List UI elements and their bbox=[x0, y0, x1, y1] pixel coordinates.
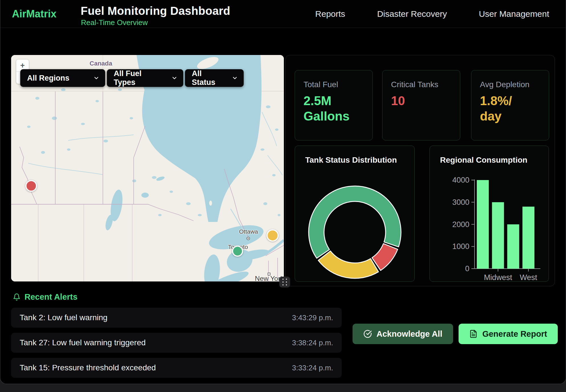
stat-value: 1.8%/day bbox=[480, 93, 540, 124]
generate-report-label: Generate Report bbox=[482, 329, 547, 339]
tank-marker-normal[interactable] bbox=[232, 246, 243, 257]
stat-card-avg-depletion: Avg Depletion 1.8%/day bbox=[471, 70, 549, 140]
alert-row: Tank 27: Low fuel warning triggered 3:38… bbox=[11, 333, 342, 353]
chevron-down-icon bbox=[171, 75, 178, 81]
page-title: Fuel Monitoring Dashboard bbox=[81, 5, 230, 17]
svg-text:West: West bbox=[520, 273, 538, 282]
alert-message: Tank 2: Low fuel warning bbox=[20, 313, 107, 322]
chart-title: Tank Status Distribution bbox=[305, 156, 397, 165]
alert-timestamp: 3:33:24 p.m. bbox=[292, 364, 333, 372]
check-circle-icon bbox=[363, 330, 372, 338]
top-nav: Reports Disaster Recovery User Managemen… bbox=[315, 0, 549, 28]
file-text-icon bbox=[469, 330, 478, 338]
svg-text:0: 0 bbox=[465, 264, 469, 273]
map-label-canada: Canada bbox=[89, 60, 112, 67]
page-subtitle: Real-Time Overview bbox=[81, 18, 148, 27]
nav-reports[interactable]: Reports bbox=[315, 9, 345, 19]
svg-text:2000: 2000 bbox=[452, 220, 469, 229]
header: AirMatrix Fuel Monitoring Dashboard Real… bbox=[0, 0, 566, 28]
tank-marker-warning[interactable] bbox=[266, 229, 279, 242]
filter-regions-select[interactable]: All Regions bbox=[20, 69, 105, 87]
nav-disaster-recovery[interactable]: Disaster Recovery bbox=[377, 9, 447, 19]
tank-status-card: Tank Status Distribution bbox=[295, 146, 415, 282]
svg-text:1000: 1000 bbox=[452, 242, 469, 251]
filter-regions-value: All Regions bbox=[27, 74, 70, 83]
generate-report-button[interactable]: Generate Report bbox=[459, 324, 558, 344]
svg-text:Midwest: Midwest bbox=[484, 273, 512, 282]
map[interactable]: + − All Regions All Fuel Types All Statu… bbox=[11, 55, 284, 281]
map-filters: All Regions All Fuel Types All Status bbox=[20, 69, 244, 87]
alert-row: Tank 2: Low fuel warning 3:43:29 p.m. bbox=[11, 308, 342, 328]
app-window: AirMatrix Fuel Monitoring Dashboard Real… bbox=[0, 0, 566, 384]
filter-status-value: All Status bbox=[192, 69, 224, 87]
stat-label: Critical Tanks bbox=[391, 80, 451, 89]
chart-title: Regional Consumption bbox=[440, 156, 527, 165]
tank-marker-critical[interactable] bbox=[25, 180, 37, 192]
stat-label: Total Fuel bbox=[304, 80, 364, 89]
stat-value: 2.5MGallons bbox=[304, 93, 364, 124]
stat-card-total-fuel: Total Fuel 2.5MGallons bbox=[295, 70, 373, 140]
alert-message: Tank 27: Low fuel warning triggered bbox=[20, 338, 146, 347]
tank-status-donut-chart bbox=[295, 146, 415, 282]
alert-message: Tank 15: Pressure threshold exceeded bbox=[20, 363, 156, 372]
recent-alerts-title: Recent Alerts bbox=[25, 292, 78, 302]
filter-status-select[interactable]: All Status bbox=[185, 69, 244, 87]
nav-user-management[interactable]: User Management bbox=[479, 9, 549, 19]
regional-consumption-bar-chart: 01000200030004000MidwestWest bbox=[430, 146, 549, 282]
chevron-down-icon bbox=[232, 75, 238, 81]
acknowledge-all-label: Acknowledge All bbox=[376, 329, 442, 339]
map-label-ottawa: Ottawa bbox=[239, 228, 258, 235]
stat-value: 10 bbox=[391, 93, 451, 109]
alert-timestamp: 3:38:24 p.m. bbox=[292, 338, 333, 347]
svg-text:3000: 3000 bbox=[452, 198, 469, 207]
brand-logo: AirMatrix bbox=[12, 0, 56, 28]
svg-text:4000: 4000 bbox=[452, 176, 469, 184]
filter-fuel-types-value: All Fuel Types bbox=[114, 69, 164, 87]
recent-alerts-header: Recent Alerts bbox=[13, 292, 78, 302]
alert-row: Tank 15: Pressure threshold exceeded 3:3… bbox=[11, 358, 342, 378]
stat-card-critical-tanks: Critical Tanks 10 bbox=[382, 70, 460, 140]
regional-consumption-card: Regional Consumption 01000200030004000Mi… bbox=[429, 146, 549, 282]
stat-label: Avg Depletion bbox=[480, 80, 540, 89]
resize-drag-handle-icon[interactable] bbox=[279, 277, 290, 287]
dashboard-panel: Total Fuel 2.5MGallons Critical Tanks 10… bbox=[285, 55, 555, 286]
chevron-down-icon bbox=[93, 75, 99, 81]
alert-timestamp: 3:43:29 p.m. bbox=[292, 313, 333, 322]
filter-fuel-types-select[interactable]: All Fuel Types bbox=[107, 69, 183, 87]
bell-icon bbox=[13, 293, 21, 301]
acknowledge-all-button[interactable]: Acknowledge All bbox=[353, 324, 453, 344]
